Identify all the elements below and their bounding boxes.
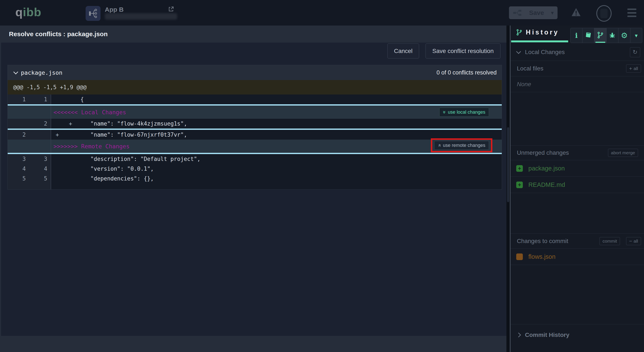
diff-code-text: "description": "Default project", (77, 156, 200, 162)
sidebar-tab-caret-down[interactable]: ▾ (630, 28, 642, 43)
double-chevron-down-icon: » (442, 111, 447, 113)
diff-filler-row (8, 183, 502, 189)
commit-button[interactable]: commit (600, 237, 620, 245)
external-link-icon[interactable] (168, 6, 174, 13)
line-number-gutter (8, 183, 51, 189)
none-label: None (517, 81, 531, 88)
left-edge-strip (0, 25, 1, 352)
line-number-left (8, 119, 29, 129)
modified-file-icon (516, 254, 523, 260)
hunk-header: @@@ -1,5 -1,5 +1,9 @@@ (8, 80, 502, 94)
sidebar-tab-bug[interactable] (606, 28, 618, 43)
section-local-changes[interactable]: Local Changes ↻ (510, 44, 644, 61)
plus-icon: + (629, 66, 632, 71)
refresh-button[interactable]: ↻ (630, 47, 640, 57)
commit-history-label: Commit History (525, 332, 569, 338)
double-chevron-up-icon: » (437, 144, 442, 147)
cancel-button[interactable]: Cancel (388, 43, 419, 58)
line-number-left: 3 (8, 154, 29, 164)
line-number-gutter: 33 (8, 154, 51, 164)
chevron-right-icon (516, 333, 521, 337)
diff-file-header[interactable]: package.json 0 of 0 conflicts resolved (8, 65, 502, 80)
save-dropdown-caret-icon[interactable]: ▾ (551, 9, 554, 16)
diff-rows: 11 {<<<<<<< Local Changes»use local chan… (8, 94, 502, 189)
app-flow-icon[interactable] (86, 6, 100, 21)
info-icon: i (575, 31, 578, 39)
line-number-right: 1 (29, 94, 51, 104)
diff-code-body: "description": "Default project", (51, 154, 502, 164)
save-conflict-resolution-button[interactable]: Save conflict resolution (426, 43, 500, 58)
chevron-down-icon (516, 49, 521, 54)
commit-files-list: flows.json (510, 249, 644, 265)
collapse-chevron-icon[interactable] (14, 70, 18, 74)
conflict-end-line (8, 153, 502, 154)
local-changes-marker: <<<<<<< Local Changes (8, 109, 126, 116)
diff-file-name: package.json (21, 69, 62, 76)
abort-merge-button[interactable]: abort merge (608, 149, 638, 157)
file-row-flows.json[interactable]: flows.json (510, 249, 644, 265)
file-name: README.md (528, 181, 565, 188)
line-number-right: 4 (29, 164, 51, 174)
book-icon (585, 32, 592, 39)
git-branch-icon (516, 29, 522, 36)
file-row-package.json[interactable]: +package.json (510, 160, 644, 177)
unmerged-changes-header: Unmerged changes abort merge (510, 145, 644, 160)
refresh-icon: ↻ (633, 49, 638, 55)
diff-filler-body (51, 183, 502, 189)
save-deploy-button[interactable]: Save ▾ (509, 6, 558, 19)
sidebar-title-text: History (526, 28, 559, 36)
local-files-label: Local files (517, 65, 544, 72)
diff-code-row: 2+ "name": "flow-4k4zjzmsueg1s", (8, 119, 502, 129)
stage-all-button[interactable]: + all (626, 64, 641, 72)
diff-code-text: "name": "flow-4k4zjzmsueg1s", (77, 120, 187, 127)
conflict-marker-local-row: <<<<<<< Local Changes»use local changes (8, 106, 502, 119)
line-number-gutter: 2 (8, 130, 51, 140)
save-label: Save (529, 9, 544, 16)
sidebar-tab-gear[interactable]: ⚙ (618, 28, 630, 43)
sidebar-tabs: i⚙▾ (570, 28, 642, 43)
qibb-logo[interactable]: qibb (15, 5, 41, 19)
added-file-icon: + (516, 165, 523, 172)
diff-code-body: "version": "0.0.1", (51, 164, 502, 174)
main-menu-icon[interactable] (628, 8, 636, 17)
use-remote-changes-button[interactable]: »use remote changes (434, 141, 489, 150)
diff-code-row: 33 "description": "Default project", (8, 154, 502, 164)
diff-code-body: "dependencies": {}, (51, 174, 502, 183)
sidebar-tab-book[interactable] (582, 28, 594, 43)
stage-all-label: all (634, 66, 638, 71)
diff-code-text: "version": "0.0.1", (77, 166, 154, 172)
diff-code-row: 2+ "name": "flow-67njxrf0t37vr", (8, 130, 502, 140)
unmerged-changes-label: Unmerged changes (517, 149, 569, 156)
file-name: flows.json (528, 253, 556, 260)
use-local-changes-label: use local changes (448, 109, 485, 115)
line-number-gutter: 11 (8, 94, 51, 104)
git-branch-icon (597, 31, 604, 39)
diff-code-row: 44 "version": "0.0.1", (8, 164, 502, 174)
active-panel-underline (511, 40, 568, 42)
sidebar-tab-info[interactable]: i (570, 28, 582, 43)
unmerged-files-list: +package.json+README.md (510, 160, 644, 193)
remote-changes-marker: >>>>>>> Remote Changes (8, 143, 130, 150)
line-number-gutter: 2 (8, 119, 51, 129)
file-row-README.md[interactable]: +README.md (510, 177, 644, 193)
diff-code-row: 11 { (8, 94, 502, 104)
diff-code-body: + "name": "flow-4k4zjzmsueg1s", (51, 119, 502, 129)
warning-icon[interactable] (571, 8, 581, 17)
main-scrollbar-thumb[interactable] (507, 127, 509, 202)
dialog-title: Resolve conflicts : package.json (9, 30, 108, 38)
line-number-left: 1 (8, 94, 29, 104)
use-local-changes-button[interactable]: »use local changes (439, 108, 489, 117)
user-avatar[interactable] (596, 5, 612, 22)
conflict-divider-line (8, 129, 502, 130)
deploy-nodes-icon (513, 9, 522, 16)
diff-code-body: { (51, 94, 502, 104)
changes-to-commit-label: Changes to commit (517, 238, 568, 245)
section-commit-history[interactable]: Commit History (510, 324, 644, 346)
top-header-bar: qibb App B Save ▾ (0, 0, 644, 25)
sidebar-tab-git-branch[interactable] (594, 28, 606, 43)
conflicts-resolved-status: 0 of 0 conflicts resolved (436, 69, 497, 76)
avatar-placeholder (600, 9, 608, 18)
line-number-left: 4 (8, 164, 29, 174)
diff-code-row: 55 "dependencies": {}, (8, 174, 502, 183)
unstage-all-button[interactable]: − all (626, 237, 641, 245)
